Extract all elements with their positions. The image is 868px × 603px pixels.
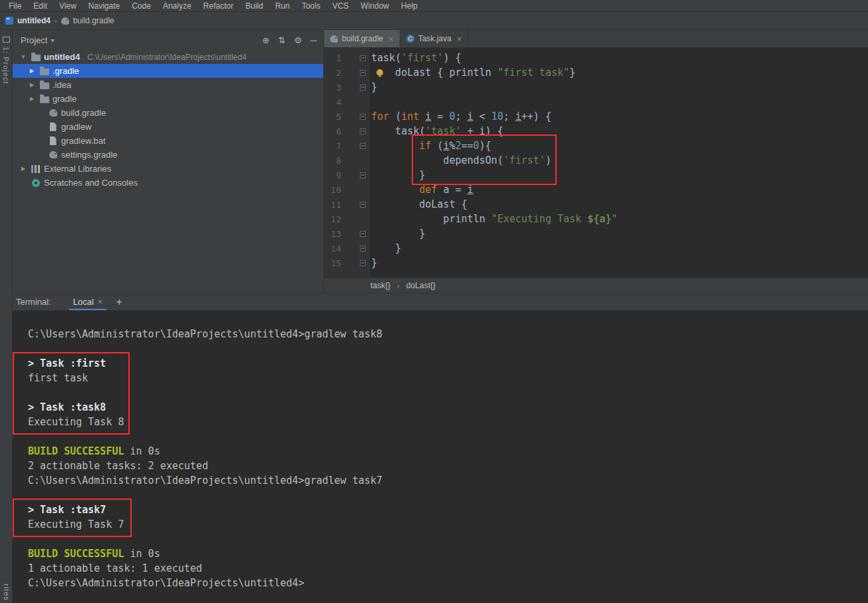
fold-marker-icon[interactable] [360, 260, 366, 266]
favorites-tool-button[interactable]: rites [3, 584, 11, 601]
code-line[interactable]: 2 doLast { println "first task"} [324, 65, 868, 80]
code-line[interactable]: 15} [324, 256, 868, 270]
code-line[interactable]: 6 task('task' + i) { [324, 124, 868, 138]
code-editor[interactable]: 1task('first') {2 doLast { println "firs… [324, 48, 868, 278]
menu-item-tools[interactable]: Tools [296, 1, 327, 11]
code-line[interactable]: 4 [324, 95, 868, 109]
collapse-all-icon[interactable]: ⇅ [278, 35, 285, 45]
gradle-icon [48, 151, 58, 158]
chevron-collapsed-icon[interactable]: ▶ [19, 166, 27, 172]
code-line[interactable]: 12 println "Executing Task ${a}" [324, 212, 868, 226]
chevron-down-icon[interactable]: ▾ [51, 37, 54, 44]
fold-marker-icon[interactable] [360, 246, 366, 252]
fold-marker-icon[interactable] [360, 231, 366, 237]
terminal-line: Executing Task 8 [28, 415, 868, 429]
line-number: 10 [324, 185, 341, 195]
close-icon[interactable]: × [388, 34, 394, 44]
code-line[interactable]: 3} [324, 80, 868, 95]
fold-marker-icon[interactable] [360, 143, 366, 149]
code-line[interactable]: 9 } [324, 168, 868, 182]
tree-item-gradle[interactable]: ▶gradle [13, 92, 323, 106]
menu-item-window[interactable]: Window [355, 1, 395, 11]
chevron-collapsed-icon[interactable]: ▶ [28, 82, 36, 88]
line-gutter: 11 [324, 200, 370, 210]
tree-item-scratches-and-consoles[interactable]: Scratches and Consoles [13, 176, 323, 190]
code-line[interactable]: 8 dependsOn('first') [324, 153, 868, 168]
code-line-text: doLast { [370, 197, 868, 212]
breadcrumb-project[interactable]: untitled4 [17, 16, 51, 25]
line-number: 12 [324, 214, 341, 224]
editor-tab-task-java[interactable]: Task.java× [400, 30, 469, 47]
tree-item-label: gradlew [61, 122, 92, 132]
code-line[interactable]: 7 if (i%2==0){ [324, 138, 868, 153]
project-tool-button[interactable]: 1: Project [2, 47, 10, 84]
code-line-text: println "Executing Task ${a}" [370, 212, 868, 226]
chevron-collapsed-icon[interactable]: ▶ [28, 68, 36, 74]
code-line[interactable]: 1task('first') { [324, 51, 868, 65]
tree-item-label: .gradle [53, 66, 79, 76]
menu-item-refactor[interactable]: Refactor [198, 1, 239, 11]
line-number: 3 [324, 83, 341, 93]
menu-item-analyze[interactable]: Analyze [157, 1, 198, 11]
tree-item--gradle[interactable]: ▶.gradle [13, 64, 323, 78]
chevron-expanded-icon[interactable]: ▼ [19, 54, 27, 60]
tree-item-untitled4[interactable]: ▼untitled4C:\Users\Administrator\IdeaPro… [13, 50, 323, 64]
tree-item-gradlew[interactable]: gradlew [13, 120, 323, 134]
line-gutter: 4 [324, 97, 370, 107]
terminal-line: BUILD SUCCESSFUL in 0s [28, 546, 868, 561]
fold-marker-icon[interactable] [360, 55, 366, 61]
menu-item-file[interactable]: File [3, 1, 27, 11]
fold-marker-icon[interactable] [360, 85, 366, 91]
tree-item-external-libraries[interactable]: ▶External Libraries [13, 162, 323, 176]
terminal-header: Terminal: Local × + [13, 294, 868, 311]
folder-icon [31, 53, 41, 61]
menu-item-view[interactable]: View [53, 1, 82, 11]
breadcrumb-file[interactable]: build.gradle [73, 16, 114, 25]
line-gutter: 10 [324, 185, 370, 195]
menu-item-help[interactable]: Help [395, 1, 424, 11]
menu-item-build[interactable]: Build [239, 1, 269, 11]
close-icon[interactable]: × [98, 297, 103, 307]
line-number: 5 [324, 112, 341, 122]
fold-marker-icon[interactable] [360, 70, 366, 76]
editor-breadcrumbs: task{} › doLast{} [324, 278, 868, 293]
fold-marker-icon[interactable] [360, 114, 366, 120]
project-panel-title[interactable]: Project [21, 35, 47, 45]
code-line[interactable]: 13 } [324, 226, 868, 241]
close-icon[interactable]: × [457, 34, 462, 44]
line-number: 6 [324, 126, 341, 136]
tree-item-label: Scratches and Consoles [44, 178, 138, 188]
tree-item-settings-gradle[interactable]: settings.gradle [13, 148, 323, 162]
line-gutter: 15 [324, 258, 370, 268]
menu-item-code[interactable]: Code [126, 1, 157, 11]
new-terminal-button[interactable]: + [116, 294, 122, 310]
editor-tab-build-gradle[interactable]: build.gradle× [324, 30, 400, 47]
menu-item-vcs[interactable]: VCS [327, 1, 355, 11]
code-line[interactable]: 5for (int i = 0; i < 10; i++) { [324, 109, 868, 124]
tree-item-build-gradle[interactable]: build.gradle [13, 106, 323, 120]
intention-bulb-icon[interactable] [376, 69, 383, 76]
breadcrumb-task[interactable]: task{} [370, 281, 390, 290]
code-line[interactable]: 10 def a = i [324, 182, 868, 197]
chevron-collapsed-icon[interactable]: ▶ [28, 96, 36, 102]
code-line[interactable]: 14 } [324, 241, 868, 256]
locate-icon[interactable]: ⊕ [262, 35, 269, 45]
menu-item-navigate[interactable]: Navigate [82, 1, 126, 11]
terminal-tab-local[interactable]: Local × [68, 294, 108, 310]
hide-icon[interactable]: ─ [311, 35, 317, 45]
menu-item-run[interactable]: Run [269, 1, 296, 11]
fold-marker-icon[interactable] [360, 202, 366, 208]
tree-item-gradlew-bat[interactable]: gradlew.bat [13, 134, 323, 148]
libraries-icon [31, 165, 41, 173]
gradle-icon [330, 35, 338, 43]
tree-item--idea[interactable]: ▶.idea [13, 78, 323, 92]
menu-item-edit[interactable]: Edit [27, 1, 53, 11]
terminal-output[interactable]: C:\Users\Administrator\IdeaProjects\unti… [13, 311, 868, 603]
line-number: 14 [324, 244, 341, 254]
line-number: 2 [324, 68, 341, 78]
fold-marker-icon[interactable] [360, 128, 366, 134]
settings-icon[interactable]: ⚙ [294, 35, 302, 45]
breadcrumb-dolast[interactable]: doLast{} [406, 281, 436, 290]
fold-marker-icon[interactable] [360, 172, 366, 178]
code-line[interactable]: 11 doLast { [324, 197, 868, 212]
